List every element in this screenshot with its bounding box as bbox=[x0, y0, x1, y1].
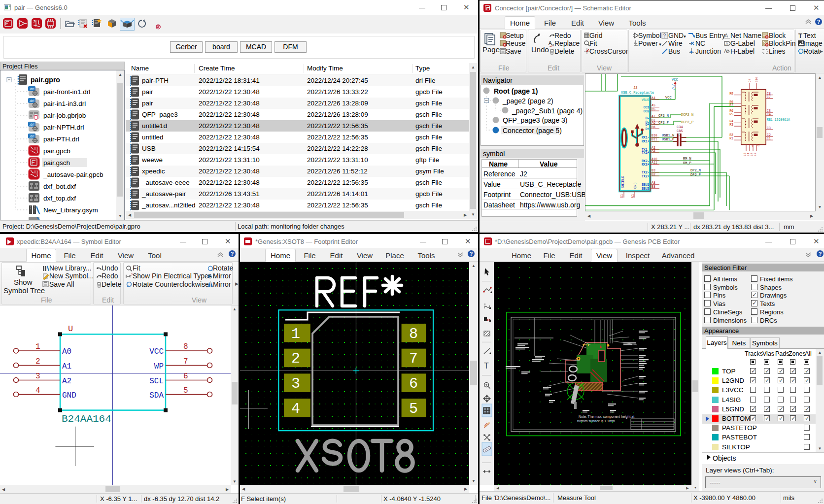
svg-text:Y: Y bbox=[752, 145, 754, 148]
svg-text:L1: L1 bbox=[747, 152, 750, 156]
svg-text:D+: D+ bbox=[646, 128, 650, 131]
svg-text:pair-in1-in3.drl: pair-in1-in3.drl bbox=[43, 100, 86, 107]
svg-text:SHIELD: SHIELD bbox=[621, 176, 625, 188]
svg-text:5: 5 bbox=[409, 401, 418, 417]
svg-text:VCC: VCC bbox=[149, 347, 164, 356]
svg-text:R3: R3 bbox=[729, 123, 733, 127]
svg-text:B8: B8 bbox=[652, 185, 655, 189]
svg-text:7: 7 bbox=[183, 357, 188, 366]
svg-text:SBU2: SBU2 bbox=[642, 187, 650, 191]
svg-text:USB1_N: USB1_N bbox=[662, 134, 674, 137]
svg-text:RB1-1268061A: RB1-1268061A bbox=[767, 118, 790, 122]
svg-text:SBU1: SBU1 bbox=[642, 183, 650, 187]
svg-text:B6: B6 bbox=[652, 126, 655, 129]
svg-text:R9: R9 bbox=[729, 92, 733, 96]
svg-text:A2: A2 bbox=[62, 377, 71, 386]
svg-text:bottom surface is 1.1mm.: bottom surface is 1.1mm. bbox=[577, 419, 616, 423]
svg-text:R5: R5 bbox=[729, 113, 733, 116]
svg-text:C4: C4 bbox=[748, 78, 752, 82]
svg-text:Note: The max. component heigh: Note: The max. component height at bbox=[579, 415, 634, 419]
svg-text:TX1+: TX1+ bbox=[642, 151, 650, 155]
svg-text:A2: A2 bbox=[652, 149, 655, 153]
svg-text:A10: A10 bbox=[652, 158, 657, 161]
svg-text:L3: L3 bbox=[754, 152, 757, 156]
svg-text:2: 2 bbox=[35, 357, 40, 366]
svg-text:CC1: CC1 bbox=[644, 106, 650, 109]
svg-text:TX2-: TX2- bbox=[642, 171, 650, 174]
svg-text:T: T bbox=[484, 362, 489, 370]
svg-text:.drl: .drl bbox=[29, 122, 34, 127]
svg-text:8: 8 bbox=[183, 342, 188, 351]
svg-text:A8: A8 bbox=[652, 181, 655, 185]
svg-text:_autosave-pair.gpcb: _autosave-pair.gpcb bbox=[43, 171, 103, 178]
svg-text:B3: B3 bbox=[652, 169, 655, 172]
svg-text:pair-PTH.drl: pair-PTH.drl bbox=[43, 135, 79, 143]
svg-text:D-: D- bbox=[646, 117, 650, 120]
svg-text:G: G bbox=[757, 144, 759, 147]
svg-text:L2: L2 bbox=[743, 152, 747, 156]
svg-text:CP2_P: CP2_P bbox=[658, 121, 669, 125]
svg-text:A5: A5 bbox=[652, 104, 655, 107]
svg-text:A1: A1 bbox=[62, 362, 71, 371]
svg-text:WP: WP bbox=[154, 362, 164, 371]
svg-text:?: ? bbox=[663, 33, 666, 38]
svg-text:1: 1 bbox=[291, 326, 300, 342]
svg-text:VCC: VCC bbox=[665, 96, 672, 100]
svg-text:VBUS: VBUS bbox=[642, 99, 650, 102]
svg-text:dxf_bot.dxf: dxf_bot.dxf bbox=[43, 183, 76, 190]
svg-text:USB1_P: USB1_P bbox=[662, 137, 674, 141]
svg-text:3: 3 bbox=[35, 372, 40, 381]
svg-text:pair.gpro: pair.gpro bbox=[31, 76, 60, 84]
svg-text:pair-front-in1.drl: pair-front-in1.drl bbox=[43, 88, 90, 96]
svg-text:6: 6 bbox=[183, 372, 188, 381]
svg-text:DCP2_N: DCP2_N bbox=[681, 113, 693, 117]
svg-text:B10: B10 bbox=[755, 77, 758, 82]
svg-text:C34: C34 bbox=[677, 125, 683, 129]
svg-text:A: A bbox=[725, 41, 728, 46]
svg-text:SCL: SCL bbox=[149, 377, 164, 386]
svg-text:.drl: .drl bbox=[29, 87, 34, 91]
svg-text:CC2: CC2 bbox=[644, 110, 650, 113]
svg-text:2: 2 bbox=[291, 350, 300, 367]
svg-text:VCC: VCC bbox=[672, 78, 678, 82]
svg-text:4: 4 bbox=[291, 401, 300, 417]
svg-text:B11: B11 bbox=[652, 138, 657, 141]
svg-text:SDA: SDA bbox=[149, 391, 164, 400]
svg-text:C7: C7 bbox=[767, 96, 771, 99]
svg-text:R1: R1 bbox=[729, 137, 733, 140]
svg-text:C: C bbox=[678, 133, 680, 136]
svg-text:.drl: .drl bbox=[29, 99, 34, 103]
svg-text:4: 4 bbox=[35, 386, 40, 395]
svg-text:J2: J2 bbox=[633, 86, 637, 90]
svg-text:RM_N: RM_N bbox=[683, 157, 691, 161]
svg-text:T: T bbox=[798, 32, 802, 39]
svg-text:C1: C1 bbox=[767, 137, 771, 140]
svg-text:B5: B5 bbox=[652, 108, 655, 111]
svg-text:pair.gpcb: pair.gpcb bbox=[43, 147, 70, 155]
svg-text:J5: J5 bbox=[768, 113, 772, 117]
svg-text:dxf_top.dxf: dxf_top.dxf bbox=[43, 195, 76, 202]
svg-text:A0: A0 bbox=[62, 347, 71, 356]
svg-text:New_Library.gsym: New_Library.gsym bbox=[43, 206, 98, 214]
svg-text:pair-NPTH.drl: pair-NPTH.drl bbox=[43, 124, 84, 131]
svg-text:A1: A1 bbox=[631, 194, 635, 198]
svg-text:5: 5 bbox=[183, 386, 188, 395]
svg-text:7: 7 bbox=[409, 350, 418, 367]
svg-text:B: B bbox=[551, 43, 554, 47]
svg-text:S1: S1 bbox=[620, 194, 624, 198]
svg-text:B2: B2 bbox=[652, 173, 655, 176]
svg-text:TX2+: TX2+ bbox=[642, 175, 650, 178]
svg-text:GND: GND bbox=[633, 182, 637, 189]
svg-text:DCP2_P: DCP2_P bbox=[681, 120, 693, 124]
svg-text:pair-job.gbrjob: pair-job.gbrjob bbox=[43, 112, 86, 119]
svg-text:D+: D+ bbox=[646, 123, 650, 127]
svg-text:DP2_N: DP2_N bbox=[690, 168, 701, 172]
svg-text:R7: R7 bbox=[729, 103, 733, 107]
svg-text:A11: A11 bbox=[652, 161, 657, 165]
svg-text:USB_C_Receptacle: USB_C_Receptacle bbox=[621, 91, 654, 95]
svg-text:A7: A7 bbox=[652, 115, 655, 118]
svg-text:C85: C85 bbox=[677, 129, 683, 133]
svg-text:RX1+: RX1+ bbox=[642, 140, 650, 143]
svg-text:GND: GND bbox=[62, 391, 76, 400]
svg-text:pair.gsch: pair.gsch bbox=[43, 159, 70, 167]
